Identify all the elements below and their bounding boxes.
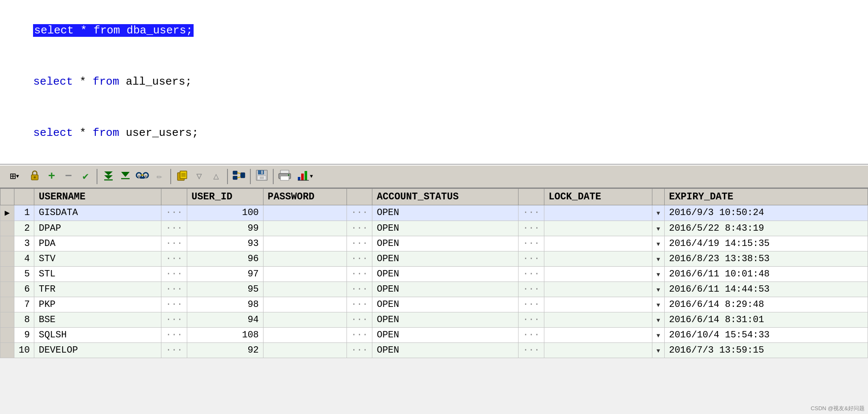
username-expand-cell[interactable]: ··· (161, 251, 187, 266)
lock-date-dropdown-arrow[interactable]: ▼ (657, 332, 660, 339)
account-status-cell[interactable]: OPEN (372, 342, 519, 358)
search-button[interactable] (135, 169, 150, 184)
password-expand-cell[interactable]: ··· (347, 327, 372, 342)
account-status-expand-cell[interactable]: ··· (519, 312, 544, 327)
password-expand-cell[interactable]: ··· (347, 266, 372, 282)
header-lock-date[interactable]: LOCK_DATE (544, 188, 652, 205)
password-cell[interactable] (263, 327, 347, 342)
table-row[interactable]: 7PKP···98···OPEN···▼2016/6/14 8:29:48 (0, 297, 868, 312)
save-button[interactable] (254, 169, 269, 184)
password-expand-cell[interactable]: ··· (347, 236, 372, 251)
lock-date-cell[interactable] (544, 205, 652, 221)
username-expand-cell[interactable]: ··· (161, 266, 187, 282)
account-status-expand-cell[interactable]: ··· (519, 266, 544, 282)
header-expiry-date[interactable]: EXPIRY_DATE (665, 188, 868, 205)
sql-editor[interactable]: select * from dba_users; select * from a… (0, 0, 868, 165)
lock-date-dropdown-arrow[interactable]: ▼ (657, 241, 660, 248)
expiry-date-cell[interactable]: 2016/7/3 13:59:15 (665, 342, 868, 358)
userid-cell[interactable]: 95 (187, 282, 263, 297)
password-cell[interactable] (263, 221, 347, 236)
account-status-cell[interactable]: OPEN (372, 236, 519, 251)
lock-date-dropdown-arrow[interactable]: ▼ (657, 348, 660, 354)
password-expand-cell[interactable]: ··· (347, 297, 372, 312)
username-cell[interactable]: GISDATA (34, 205, 161, 221)
username-cell[interactable]: PKP (34, 297, 161, 312)
lock-date-dropdown-cell[interactable]: ▼ (652, 236, 664, 251)
account-status-expand-cell[interactable]: ··· (519, 236, 544, 251)
userid-cell[interactable]: 100 (187, 205, 263, 221)
expiry-date-cell[interactable]: 2016/6/11 10:01:48 (665, 266, 868, 282)
password-expand-cell[interactable]: ··· (347, 251, 372, 266)
lock-date-cell[interactable] (544, 221, 652, 236)
password-cell[interactable] (263, 266, 347, 282)
account-status-cell[interactable]: OPEN (372, 251, 519, 266)
header-account-status[interactable]: ACCOUNT_STATUS (372, 188, 519, 205)
username-cell[interactable]: STL (34, 266, 161, 282)
account-status-cell[interactable]: OPEN (372, 282, 519, 297)
username-cell[interactable]: BSE (34, 312, 161, 327)
password-expand-cell[interactable]: ··· (347, 221, 372, 236)
lock-date-dropdown-cell[interactable]: ▼ (652, 282, 664, 297)
lock-date-dropdown-cell[interactable]: ▼ (652, 297, 664, 312)
userid-cell[interactable]: 98 (187, 297, 263, 312)
expiry-date-cell[interactable]: 2016/8/23 13:38:53 (665, 251, 868, 266)
lock-date-dropdown-cell[interactable]: ▼ (652, 251, 664, 266)
account-status-cell[interactable]: OPEN (372, 312, 519, 327)
lock-date-cell[interactable] (544, 251, 652, 266)
password-cell[interactable] (263, 236, 347, 251)
table-row[interactable]: 8BSE···94···OPEN···▼2016/6/14 8:31:01 (0, 312, 868, 327)
table-row[interactable]: 10DEVELOP···92···OPEN···▼2016/7/3 13:59:… (0, 342, 868, 358)
header-userid[interactable]: USER_ID (187, 188, 263, 205)
account-status-expand-cell[interactable]: ··· (519, 221, 544, 236)
skip-down-button[interactable] (118, 169, 133, 184)
table-row[interactable]: 9SQLSH···108···OPEN···▼2016/10/4 15:54:3… (0, 327, 868, 342)
print-button[interactable] (277, 169, 292, 184)
password-cell[interactable] (263, 282, 347, 297)
password-expand-cell[interactable]: ··· (347, 205, 372, 221)
table-row[interactable]: 5STL···97···OPEN···▼2016/6/11 10:01:48 (0, 266, 868, 282)
table-row[interactable]: 4STV···96···OPEN···▼2016/8/23 13:38:53 (0, 251, 868, 266)
account-status-expand-cell[interactable]: ··· (519, 342, 544, 358)
lock-date-cell[interactable] (544, 327, 652, 342)
username-expand-cell[interactable]: ··· (161, 312, 187, 327)
expiry-date-cell[interactable]: 2016/6/11 14:44:53 (665, 282, 868, 297)
username-expand-cell[interactable]: ··· (161, 327, 187, 342)
expiry-date-cell[interactable]: 2016/6/14 8:31:01 (665, 312, 868, 327)
userid-cell[interactable]: 96 (187, 251, 263, 266)
username-cell[interactable]: TFR (34, 282, 161, 297)
edit-button[interactable]: ✏ (152, 169, 167, 184)
lock-date-dropdown-cell[interactable]: ▼ (652, 266, 664, 282)
lock-date-cell[interactable] (544, 297, 652, 312)
add-button[interactable]: + (44, 169, 59, 184)
lock-date-cell[interactable] (544, 312, 652, 327)
lock-button[interactable] (27, 169, 42, 184)
username-expand-cell[interactable]: ··· (161, 221, 187, 236)
account-status-expand-cell[interactable]: ··· (519, 251, 544, 266)
skip-all-down-button[interactable] (101, 169, 116, 184)
expiry-date-cell[interactable]: 2016/10/4 15:54:33 (665, 327, 868, 342)
table-row[interactable]: ▶1GISDATA···100···OPEN···▼2016/9/3 10:50… (0, 205, 868, 221)
username-expand-cell[interactable]: ··· (161, 297, 187, 312)
lock-date-cell[interactable] (544, 236, 652, 251)
password-expand-cell[interactable]: ··· (347, 312, 372, 327)
table-row[interactable]: 2DPAP···99···OPEN···▼2016/5/22 8:43:19 (0, 221, 868, 236)
expiry-date-cell[interactable]: 2016/6/14 8:29:48 (665, 297, 868, 312)
remove-button[interactable]: − (61, 169, 76, 184)
username-expand-cell[interactable]: ··· (161, 205, 187, 221)
account-status-cell[interactable]: OPEN (372, 297, 519, 312)
username-expand-cell[interactable]: ··· (161, 282, 187, 297)
account-status-cell[interactable]: OPEN (372, 327, 519, 342)
username-cell[interactable]: SQLSH (34, 327, 161, 342)
account-status-expand-cell[interactable]: ··· (519, 205, 544, 221)
nav-down-button[interactable]: ▽ (191, 169, 207, 184)
lock-date-dropdown-cell[interactable]: ▼ (652, 205, 664, 221)
copy-button[interactable] (175, 169, 190, 184)
lock-date-dropdown-cell[interactable]: ▼ (652, 312, 664, 327)
grid-toggle-button[interactable]: ⊞ ▼ (3, 169, 25, 184)
lock-date-dropdown-cell[interactable]: ▼ (652, 221, 664, 236)
lock-date-dropdown-arrow[interactable]: ▼ (657, 302, 660, 309)
lock-date-dropdown-arrow[interactable]: ▼ (657, 226, 660, 232)
username-cell[interactable]: DEVELOP (34, 342, 161, 358)
expiry-date-cell[interactable]: 2016/9/3 10:50:24 (665, 205, 868, 221)
account-status-cell[interactable]: OPEN (372, 205, 519, 221)
